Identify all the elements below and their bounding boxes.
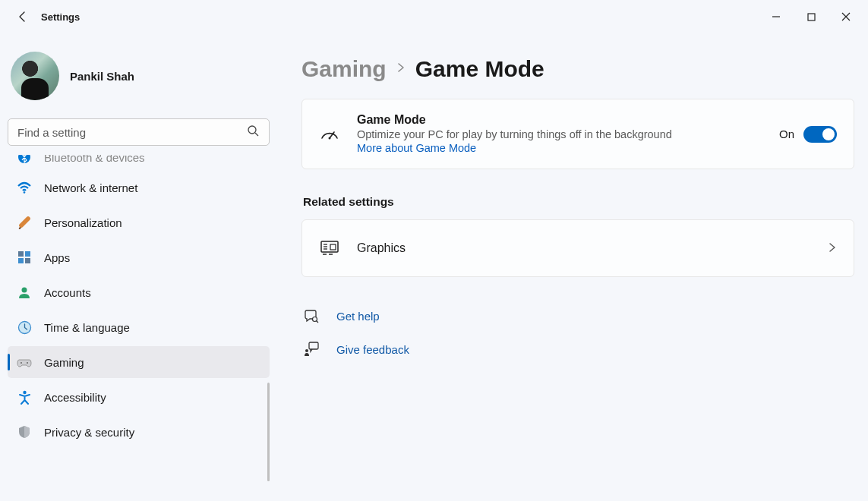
svg-point-10 [22, 288, 27, 293]
help-icon [303, 307, 320, 324]
user-name: Pankil Shah [70, 70, 134, 83]
svg-rect-7 [25, 251, 30, 257]
window-controls [759, 5, 863, 29]
sidebar-item-gaming[interactable]: Gaming [8, 346, 270, 378]
close-button[interactable] [829, 5, 863, 29]
sidebar-item-apps[interactable]: Apps [8, 241, 270, 273]
speedometer-icon [319, 124, 340, 144]
support-links: Get help Give feedback [301, 303, 854, 362]
apps-icon [17, 250, 32, 265]
get-help-link[interactable]: Get help [336, 310, 380, 323]
svg-line-3 [255, 133, 258, 136]
search-wrap [8, 118, 270, 146]
game-mode-title: Game Mode [357, 113, 762, 127]
sidebar-item-label: Network & internet [44, 181, 137, 194]
titlebar: Settings [0, 0, 868, 33]
svg-point-15 [329, 137, 331, 139]
minimize-button[interactable] [759, 5, 794, 29]
shield-icon [17, 424, 32, 440]
svg-point-26 [305, 349, 308, 352]
feedback-icon [303, 341, 320, 358]
game-mode-toggle[interactable] [803, 126, 837, 143]
wifi-icon [17, 180, 32, 195]
svg-rect-25 [309, 342, 318, 349]
chevron-right-icon [396, 62, 406, 76]
svg-point-12 [21, 362, 22, 364]
gamepad-icon [17, 354, 32, 370]
accessibility-icon [17, 389, 32, 405]
sidebar-item-label: Accounts [44, 286, 91, 299]
svg-rect-6 [18, 251, 24, 257]
svg-point-2 [248, 126, 256, 134]
nav-list: Bluetooth & devices Network & internet P… [8, 155, 270, 481]
sidebar-item-label: Bluetooth & devices [44, 155, 145, 164]
svg-point-5 [24, 191, 26, 194]
nav-scrollbar[interactable] [267, 383, 270, 481]
sidebar-item-personalization[interactable]: Personalization [8, 206, 270, 238]
main-content: Gaming Game Mode Game Mode Optimize your… [277, 33, 868, 481]
person-icon [17, 285, 32, 300]
sidebar-item-label: Privacy & security [44, 426, 134, 439]
svg-rect-9 [25, 258, 30, 263]
chevron-right-icon [828, 241, 837, 255]
search-input[interactable] [8, 118, 270, 146]
app-title: Settings [41, 11, 80, 23]
related-settings-heading: Related settings [303, 195, 854, 209]
svg-point-14 [23, 390, 26, 393]
give-feedback-link[interactable]: Give feedback [336, 343, 409, 356]
graphics-label: Graphics [357, 241, 811, 255]
svg-line-24 [317, 321, 319, 323]
sidebar-item-label: Gaming [44, 356, 84, 369]
sidebar: Pankil Shah Bluetooth & devices [0, 33, 277, 481]
sidebar-item-accounts[interactable]: Accounts [8, 276, 270, 308]
game-mode-subtitle: Optimize your PC for play by turning thi… [357, 128, 762, 140]
sidebar-item-network[interactable]: Network & internet [8, 172, 270, 203]
user-profile[interactable]: Pankil Shah [8, 47, 270, 115]
svg-rect-1 [808, 14, 815, 20]
graphics-row[interactable]: Graphics [301, 219, 854, 277]
toggle-state-label: On [779, 128, 794, 140]
svg-rect-8 [18, 258, 24, 263]
sidebar-item-privacy[interactable]: Privacy & security [8, 416, 270, 448]
avatar [11, 52, 59, 100]
breadcrumb-current: Game Mode [415, 56, 544, 82]
svg-point-13 [27, 362, 28, 364]
back-button[interactable] [15, 9, 30, 24]
sidebar-item-label: Time & language [44, 321, 130, 334]
maximize-button[interactable] [794, 5, 829, 29]
sidebar-item-time-language[interactable]: Time & language [8, 311, 270, 343]
breadcrumb-parent[interactable]: Gaming [301, 56, 387, 82]
sidebar-item-label: Personalization [44, 216, 122, 229]
breadcrumb: Gaming Game Mode [301, 56, 854, 82]
game-mode-card: Game Mode Optimize your PC for play by t… [301, 99, 854, 169]
sidebar-item-accessibility[interactable]: Accessibility [8, 381, 270, 413]
search-icon [247, 124, 259, 140]
bluetooth-icon [17, 155, 32, 165]
sidebar-item-label: Apps [44, 251, 70, 264]
sidebar-item-bluetooth[interactable]: Bluetooth & devices [8, 155, 270, 169]
clock-icon [17, 320, 32, 335]
brush-icon [17, 215, 32, 230]
display-card-icon [319, 240, 340, 257]
game-mode-more-link[interactable]: More about Game Mode [357, 142, 476, 154]
svg-rect-20 [330, 244, 336, 250]
sidebar-item-label: Accessibility [44, 391, 106, 404]
